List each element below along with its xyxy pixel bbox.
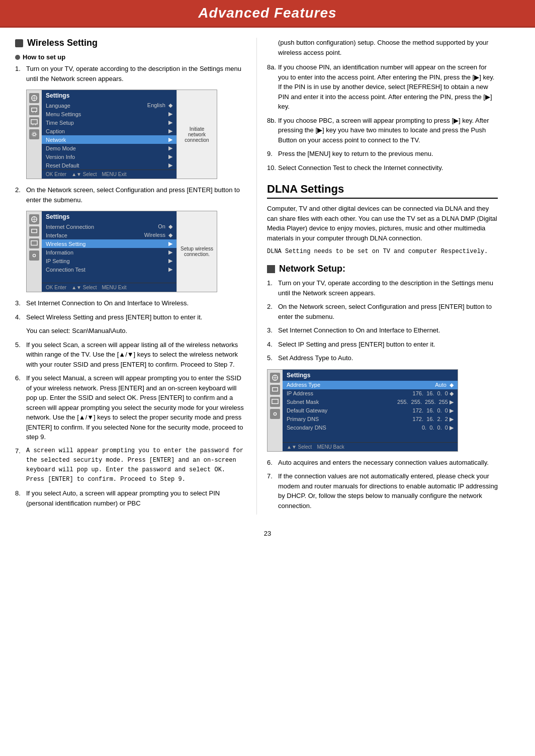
icon-globe-3 (270, 373, 280, 383)
wireless-steps-right: (push button configuration) setup. Choos… (267, 38, 498, 173)
icon-gear-3 (270, 409, 280, 419)
settings-row-inet: Internet Connection On ◆ (42, 222, 176, 231)
net-step-3: 3. Set Internet Connection to On and Int… (267, 325, 498, 335)
step-8b: 8b. If you choose PBC, a screen will app… (267, 116, 498, 145)
settings-menu-2: Settings Internet Connection On ◆ Interf… (26, 211, 217, 292)
icon-monitor-2 (29, 238, 39, 248)
step-8-cont: (push button configuration) setup. Choos… (267, 38, 498, 57)
svg-rect-15 (31, 241, 37, 245)
settings-row-language: Language English ◆ (42, 101, 176, 110)
step-8: 8. If you select Auto, a screen will app… (15, 488, 246, 508)
wireless-icon (15, 39, 23, 47)
step-2: 2. On the Network screen, select Configu… (15, 185, 246, 205)
dlna-title: DLNA Settings (267, 183, 498, 199)
network-setup-title: Network Setup: (267, 264, 498, 274)
settings-icons-2 (27, 211, 42, 292)
settings-side-note-2: Setup wireless connection. (176, 211, 217, 292)
step-4b: You can select: Scan\Manual\Auto. (15, 326, 246, 336)
wireless-steps-continued: 3. Set Internet Connection to On and Int… (15, 298, 246, 508)
net-step-2: 2. On the Network screen, select Configu… (267, 302, 498, 321)
settings-panel-1: Settings Language English ◆ Menu Setting… (42, 90, 176, 179)
svg-point-16 (33, 254, 35, 257)
dlna-section: DLNA Settings Computer, TV and other dig… (267, 183, 498, 256)
icon-globe (29, 93, 39, 103)
settings-panel-ip: Settings Address Type Auto ◆ IP Address … (283, 370, 458, 451)
step-10: 10. Select Connection Test to check the … (267, 163, 498, 173)
wireless-section-title: Wireless Setting (15, 38, 246, 48)
left-column: Wireless Setting How to set up 1. Turn o… (15, 38, 256, 515)
step-8a: 8a. If you choose PIN, an identification… (267, 62, 498, 112)
net-step-4: 4. Select IP Setting and press [ENTER] b… (267, 340, 498, 350)
settings-row-demo: Demo Mode ▶ (42, 144, 176, 152)
how-to-setup-subtitle: How to set up (15, 53, 246, 61)
step-2-list: 2. On the Network screen, select Configu… (15, 185, 246, 205)
icon-monitor (29, 117, 39, 127)
step-7: 7. A screen will appear prompting you to… (15, 446, 246, 485)
svg-point-9 (33, 133, 35, 135)
settings-row-info: Information ▶ (42, 248, 176, 257)
settings-row-interface: Interface Wireless ◆ (42, 231, 176, 239)
step-6: 6. If you select Manual, a screen will a… (15, 373, 246, 442)
svg-rect-20 (273, 387, 278, 391)
content-wrapper: Wireless Setting How to set up 1. Turn o… (0, 28, 535, 525)
svg-rect-3 (32, 108, 37, 112)
settings-row-reset: Reset Default ▶ (42, 161, 176, 170)
right-column: (push button configuration) setup. Choos… (256, 38, 498, 515)
net-step-7: 7. If the connection values are not auto… (267, 471, 498, 511)
bullet-icon (15, 55, 20, 60)
icon-tv-2 (29, 226, 39, 236)
settings-row-conntest: Connection Test ▶ (42, 265, 176, 274)
icon-gear (29, 129, 39, 139)
settings-row-ipaddr: IP Address 176. 16. 0. 0 ◆ (283, 389, 458, 398)
settings-title-2: Settings (42, 211, 176, 222)
network-icon (267, 265, 275, 273)
settings-title-1: Settings (42, 90, 176, 101)
svg-point-10 (32, 132, 37, 137)
page-number: 23 (0, 525, 535, 547)
dlna-para1: Computer, TV and other digital devices c… (267, 204, 498, 243)
step-5: 5. If you select Scan, a screen will app… (15, 340, 246, 370)
icon-globe-2 (29, 214, 39, 224)
settings-side-note-1: Initiate network connection (176, 90, 217, 179)
step-4: 4. Select Wireless Setting and press [EN… (15, 312, 246, 322)
settings-row-subnet: Subnet Mask 255. 255. 255. 255 ▶ (283, 398, 458, 406)
settings-row-time-setup: Time Setup ▶ (42, 118, 176, 127)
settings-icons-3 (268, 370, 283, 451)
svg-rect-6 (31, 120, 37, 124)
settings-row-wireless: Wireless Setting ▶ (42, 239, 176, 248)
page-header: Advanced Features (0, 0, 535, 28)
net-step-1: 1. Turn on your TV, operate according to… (267, 278, 498, 298)
net-step-6: 6. Auto acquires and enters the necessar… (267, 458, 498, 468)
step-3: 3. Set Internet Connection to On and Int… (15, 298, 246, 308)
settings-panel-2: Settings Internet Connection On ◆ Interf… (42, 211, 176, 292)
settings-row-ip: IP Setting ▶ (42, 257, 176, 265)
icon-monitor-3 (270, 397, 280, 407)
page-title: Advanced Features (0, 5, 535, 21)
svg-rect-21 (272, 399, 278, 403)
settings-row-sdns: Secondary DNS 0. 0. 0. 0 ▶ (283, 424, 458, 432)
settings-row-gateway: Default Gateway 172. 16. 0. 0 ▶ (283, 406, 458, 415)
settings-footer-ip: ▲▼ Select MENU Back (283, 442, 458, 451)
settings-footer-2: OK Enter ▲▼ Select MENU Exit (42, 283, 176, 292)
settings-title-ip: Settings (283, 370, 458, 381)
settings-menu-ip: Settings Address Type Auto ◆ IP Address … (267, 369, 458, 452)
settings-row-caption: Caption ▶ (42, 127, 176, 135)
step-1: 1. Turn on your TV, operate according to… (15, 64, 246, 83)
step-9: 9. Press the [MENU] key to return to the… (267, 149, 498, 159)
settings-footer-1: OK Enter ▲▼ Select MENU Exit (42, 170, 176, 179)
network-steps-continued: 6. Auto acquires and enters the necessar… (267, 458, 498, 511)
dlna-para2: DLNA Setting needs to be set on TV and c… (267, 247, 498, 256)
svg-point-22 (274, 412, 276, 415)
settings-menu-1: Settings Language English ◆ Menu Setting… (26, 90, 217, 179)
net-step-5: 5. Set Address Type to Auto. (267, 353, 498, 363)
settings-row-menu-settings: Menu Settings ▶ (42, 110, 176, 118)
network-steps-list: 1. Turn on your TV, operate according to… (267, 278, 498, 363)
icon-tv (29, 105, 39, 115)
settings-icons-1 (27, 90, 42, 179)
settings-row-network: Network ▶ (42, 135, 176, 144)
wireless-steps-list: 1. Turn on your TV, operate according to… (15, 64, 246, 83)
settings-row-addrtype: Address Type Auto ◆ (283, 381, 458, 389)
svg-rect-14 (32, 229, 37, 233)
settings-row-pdns: Primary DNS 172. 16. 2. 2 ▶ (283, 415, 458, 424)
icon-tv-3 (270, 385, 280, 395)
